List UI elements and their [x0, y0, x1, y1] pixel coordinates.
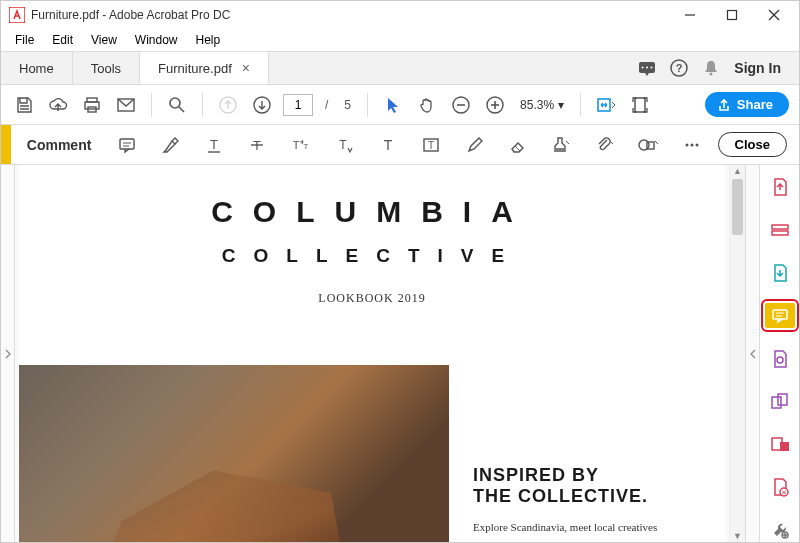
bell-icon[interactable]: [702, 59, 720, 77]
menu-view[interactable]: View: [83, 31, 125, 49]
combine-icon[interactable]: [765, 389, 795, 414]
right-panel-toggle[interactable]: [745, 165, 759, 542]
svg-text:✕: ✕: [781, 489, 787, 496]
svg-rect-46: [772, 225, 788, 229]
comment-toolbar: Comment T T TT T T T Close: [1, 125, 799, 165]
more-icon[interactable]: [678, 131, 705, 159]
tab-home[interactable]: Home: [1, 52, 73, 84]
pdf-page: COLUMBIA COLLECTIVE LOOKBOOK 2019 INSPIR…: [19, 165, 725, 542]
edit-pdf-icon[interactable]: [765, 261, 795, 286]
svg-rect-47: [772, 231, 788, 235]
stamp-icon[interactable]: [548, 131, 575, 159]
svg-text:?: ?: [676, 62, 683, 74]
eraser-icon[interactable]: [504, 131, 531, 159]
svg-point-8: [651, 67, 653, 69]
add-text-icon[interactable]: T: [374, 131, 401, 159]
menubar: File Edit View Window Help: [1, 29, 799, 51]
save-icon[interactable]: [11, 92, 37, 118]
help-icon[interactable]: ?: [670, 59, 688, 77]
pencil-icon[interactable]: [461, 131, 488, 159]
svg-point-16: [170, 98, 180, 108]
zoom-dropdown[interactable]: 85.3%▾: [520, 98, 564, 112]
svg-rect-55: [780, 442, 789, 451]
close-button[interactable]: Close: [718, 132, 787, 157]
svg-point-7: [646, 67, 648, 69]
tab-tools[interactable]: Tools: [73, 52, 140, 84]
svg-point-44: [690, 143, 693, 146]
page-up-icon[interactable]: [215, 92, 241, 118]
doc-image: [19, 365, 449, 542]
more-tools-icon[interactable]: [765, 517, 795, 542]
protect-icon[interactable]: ✕: [765, 474, 795, 499]
svg-rect-53: [778, 394, 787, 405]
page-input[interactable]: [283, 94, 313, 116]
pointer-icon[interactable]: [380, 92, 406, 118]
page-down-icon[interactable]: [249, 92, 275, 118]
svg-rect-2: [728, 11, 737, 20]
svg-rect-52: [772, 397, 781, 408]
svg-text:T: T: [340, 138, 348, 152]
comment-tool-icon[interactable]: [765, 303, 795, 328]
svg-point-43: [685, 143, 688, 146]
document-viewport[interactable]: COLUMBIA COLLECTIVE LOOKBOOK 2019 INSPIR…: [15, 165, 729, 542]
cloud-icon[interactable]: [45, 92, 71, 118]
strikethrough-icon[interactable]: T: [244, 131, 271, 159]
underline-icon[interactable]: T: [200, 131, 227, 159]
search-icon[interactable]: [164, 92, 190, 118]
share-icon: [717, 98, 731, 112]
zoom-out-icon[interactable]: [448, 92, 474, 118]
shapes-icon[interactable]: [635, 131, 662, 159]
create-pdf-icon[interactable]: [765, 218, 795, 243]
scroll-down-arrow[interactable]: ▼: [730, 531, 745, 541]
svg-text:T: T: [428, 140, 434, 151]
tab-document-label: Furniture.pdf: [158, 61, 232, 76]
menu-window[interactable]: Window: [127, 31, 186, 49]
svg-point-45: [695, 143, 698, 146]
titlebar: Furniture.pdf - Adobe Acrobat Pro DC: [1, 1, 799, 29]
scroll-up-arrow[interactable]: ▲: [730, 166, 745, 176]
scrollbar-thumb[interactable]: [732, 179, 743, 235]
tabbar: Home Tools Furniture.pdf × ? Sign In: [1, 51, 799, 85]
share-button[interactable]: Share: [705, 92, 789, 117]
export-pdf-icon[interactable]: [765, 175, 795, 200]
close-window-button[interactable]: [753, 1, 795, 29]
svg-text:T: T: [292, 139, 299, 151]
tab-document[interactable]: Furniture.pdf ×: [140, 52, 269, 84]
vertical-scrollbar[interactable]: ▲ ▼: [729, 165, 745, 542]
svg-text:T: T: [303, 142, 308, 151]
doc-body-text: Explore Scandinavia, meet local creative…: [473, 521, 701, 533]
hand-icon[interactable]: [414, 92, 440, 118]
svg-rect-27: [120, 139, 134, 149]
menu-help[interactable]: Help: [188, 31, 229, 49]
sticky-note-icon[interactable]: [113, 131, 140, 159]
replace-text-icon[interactable]: TT: [287, 131, 314, 159]
textbox-icon[interactable]: T: [417, 131, 444, 159]
zoom-in-icon[interactable]: [482, 92, 508, 118]
svg-rect-48: [773, 310, 787, 319]
insert-text-icon[interactable]: T: [331, 131, 358, 159]
notifications-icon[interactable]: [638, 59, 656, 77]
chevron-down-icon: ▾: [558, 98, 564, 112]
left-panel-toggle[interactable]: [1, 165, 15, 542]
highlight-icon[interactable]: [157, 131, 184, 159]
maximize-button[interactable]: [711, 1, 753, 29]
print-icon[interactable]: [79, 92, 105, 118]
doc-section-heading-b: THE COLLECTIVE.: [473, 486, 701, 507]
main-toolbar: / 5 85.3%▾ Share: [1, 85, 799, 125]
svg-text:T: T: [210, 137, 218, 152]
sign-in-button[interactable]: Sign In: [734, 60, 781, 76]
svg-rect-13: [85, 102, 99, 109]
fit-page-icon[interactable]: [627, 92, 653, 118]
tab-close-icon[interactable]: ×: [242, 60, 250, 76]
menu-file[interactable]: File: [7, 31, 42, 49]
work-area: COLUMBIA COLLECTIVE LOOKBOOK 2019 INSPIR…: [1, 165, 799, 542]
organize-icon[interactable]: [765, 346, 795, 371]
mail-icon[interactable]: [113, 92, 139, 118]
minimize-button[interactable]: [669, 1, 711, 29]
fit-width-icon[interactable]: [593, 92, 619, 118]
menu-edit[interactable]: Edit: [44, 31, 81, 49]
svg-line-40: [515, 146, 520, 151]
doc-subtitle: LOOKBOOK 2019: [19, 291, 725, 306]
redact-icon[interactable]: [765, 432, 795, 457]
attach-icon[interactable]: [591, 131, 618, 159]
